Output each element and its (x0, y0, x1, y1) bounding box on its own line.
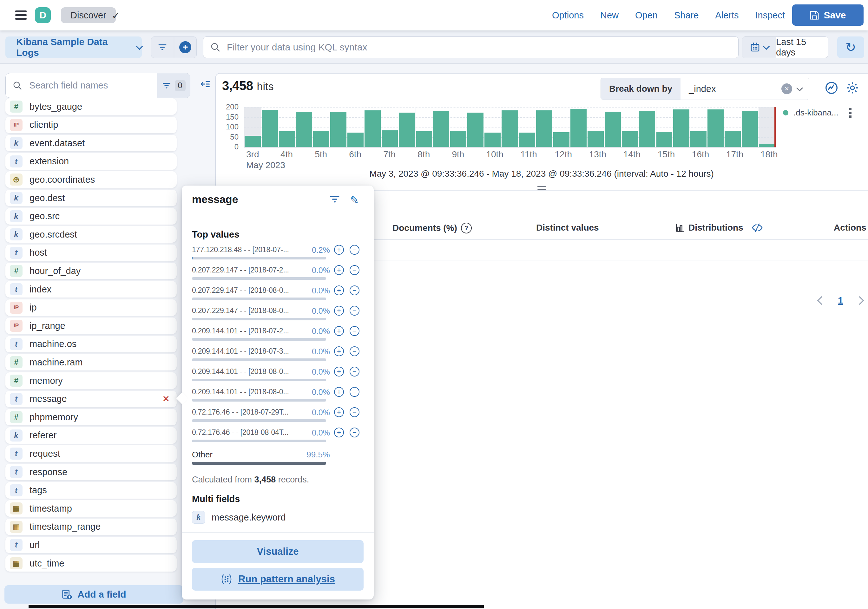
histogram-bar[interactable] (570, 109, 587, 147)
kql-search-box[interactable] (203, 36, 739, 58)
field-item[interactable]: t tags ✕ (5, 482, 177, 499)
field-item[interactable]: t machine.os ✕ (5, 336, 177, 352)
histogram-bar[interactable] (330, 112, 346, 147)
field-item[interactable]: k geo.dest ✕ (5, 190, 177, 206)
field-item[interactable]: ▦ timestamp ✕ (5, 500, 177, 517)
filter-out-value-button[interactable]: − (350, 367, 360, 377)
field-item[interactable]: t message ✕ (5, 391, 177, 407)
histogram-bar[interactable] (759, 144, 775, 147)
saved-query-filter-button[interactable] (151, 37, 174, 58)
visualize-button[interactable]: Visualize (192, 540, 364, 563)
histogram-bar[interactable] (382, 130, 398, 147)
histogram-bar[interactable] (502, 110, 518, 147)
field-item[interactable]: # machine.ram ✕ (5, 354, 177, 370)
histogram-bar[interactable] (673, 109, 690, 147)
histogram-bar[interactable] (450, 131, 467, 147)
histogram-bar[interactable] (587, 131, 604, 147)
menu-icon[interactable] (15, 11, 26, 20)
field-search-input[interactable] (29, 80, 125, 91)
filter-for-value-button[interactable]: + (334, 326, 344, 336)
histogram-bar[interactable] (553, 132, 569, 147)
save-button[interactable]: Save (792, 5, 863, 26)
histogram-bar[interactable] (433, 112, 449, 147)
previous-page-icon[interactable] (817, 296, 826, 305)
filter-for-value-button[interactable]: + (334, 285, 344, 295)
filter-out-value-button[interactable]: − (350, 428, 360, 437)
field-item[interactable]: ⊕ geo.coordinates ✕ (5, 171, 177, 188)
field-item[interactable]: k geo.src ✕ (5, 208, 177, 225)
histogram-bar[interactable] (725, 131, 741, 147)
histogram-bar[interactable] (690, 131, 707, 147)
field-item[interactable]: IP ip_range ✕ (5, 318, 177, 334)
add-filter-button[interactable]: + (174, 37, 197, 58)
field-item[interactable]: t request ✕ (5, 445, 177, 462)
next-page-icon[interactable] (855, 296, 864, 305)
field-item[interactable]: # bytes_gauge ✕ (5, 98, 177, 115)
histogram-bar[interactable] (467, 113, 484, 147)
filter-out-value-button[interactable]: − (350, 407, 360, 417)
field-item[interactable]: k geo.srcdest ✕ (5, 226, 177, 243)
histogram-bar[interactable] (622, 131, 638, 147)
field-item[interactable]: k referer ✕ (5, 427, 177, 444)
refresh-button[interactable]: ↻ (837, 36, 864, 58)
filter-out-value-button[interactable]: − (350, 326, 360, 336)
histogram-bar[interactable] (742, 111, 758, 147)
remove-field-icon[interactable]: ✕ (163, 394, 170, 404)
histogram-bar[interactable] (364, 110, 381, 147)
field-item[interactable]: # phpmemory ✕ (5, 409, 177, 425)
histogram-bar[interactable] (656, 132, 672, 147)
help-icon[interactable]: ? (461, 223, 472, 234)
page-number[interactable]: 1 (838, 295, 843, 306)
filter-for-value-button[interactable]: + (334, 265, 344, 275)
filter-out-value-button[interactable]: − (350, 306, 360, 316)
histogram-bar[interactable] (313, 131, 329, 147)
chart-settings-button[interactable] (845, 80, 860, 96)
add-field-button[interactable]: Add a field (5, 585, 183, 604)
histogram-bar[interactable] (604, 112, 621, 147)
time-range-value[interactable]: Last 15 days (776, 37, 828, 58)
kql-input[interactable] (226, 42, 738, 53)
field-item[interactable]: ▦ utc_time ✕ (5, 555, 177, 572)
space-avatar[interactable]: D (35, 7, 51, 23)
filter-for-value-button[interactable]: + (334, 407, 344, 417)
distinct-values-column-header[interactable]: Distinct values (536, 223, 599, 233)
distributions-column-header[interactable]: Distributions (688, 223, 743, 233)
field-item[interactable]: # memory ✕ (5, 372, 177, 389)
filter-for-value-button[interactable]: + (334, 428, 344, 437)
field-item[interactable]: t response ✕ (5, 464, 177, 480)
filter-for-value-button[interactable]: + (334, 245, 344, 255)
field-item[interactable]: IP ip ✕ (5, 299, 177, 316)
documents-column-header[interactable]: Documents (%) (392, 223, 457, 233)
filter-for-value-button[interactable]: + (334, 306, 344, 316)
filter-for-value-button[interactable]: + (334, 387, 344, 397)
histogram-bar[interactable] (262, 110, 278, 147)
options-button[interactable]: Options (552, 10, 584, 21)
field-item[interactable]: t index ✕ (5, 281, 177, 298)
field-item[interactable]: t host ✕ (5, 245, 177, 261)
filter-for-value-button[interactable]: + (334, 367, 344, 377)
collapse-sidebar-icon[interactable] (200, 79, 211, 90)
histogram-bar[interactable] (245, 136, 261, 147)
legend-actions-icon[interactable] (849, 108, 851, 118)
data-view-picker[interactable]: Kibana Sample Data Logs (5, 36, 142, 58)
field-search-box[interactable]: 0 (5, 73, 191, 98)
histogram-bar[interactable] (519, 133, 535, 147)
toggle-distributions-icon[interactable] (752, 223, 763, 232)
field-item[interactable]: # hour_of_day ✕ (5, 263, 177, 279)
edit-field-icon[interactable]: ✎ (350, 194, 359, 206)
filter-for-value-button[interactable]: + (334, 346, 344, 356)
field-item[interactable]: IP clientip ✕ (5, 117, 177, 133)
field-filter-button[interactable]: 0 (157, 73, 190, 98)
histogram-bar[interactable] (296, 112, 312, 147)
histogram-bar[interactable] (484, 133, 501, 147)
calendar-menu-button[interactable] (742, 37, 776, 58)
edit-visualization-button[interactable] (824, 80, 839, 96)
histogram-bar[interactable] (639, 111, 655, 147)
filter-out-value-button[interactable]: − (350, 387, 360, 397)
run-pattern-analysis-button[interactable]: Run pattern analysis (192, 568, 364, 590)
field-item[interactable]: ▦ timestamp_range ✕ (5, 519, 177, 535)
histogram-bar[interactable] (536, 110, 552, 147)
histogram-bar[interactable] (279, 131, 295, 147)
new-button[interactable]: New (600, 10, 618, 21)
filter-out-value-button[interactable]: − (350, 265, 360, 275)
